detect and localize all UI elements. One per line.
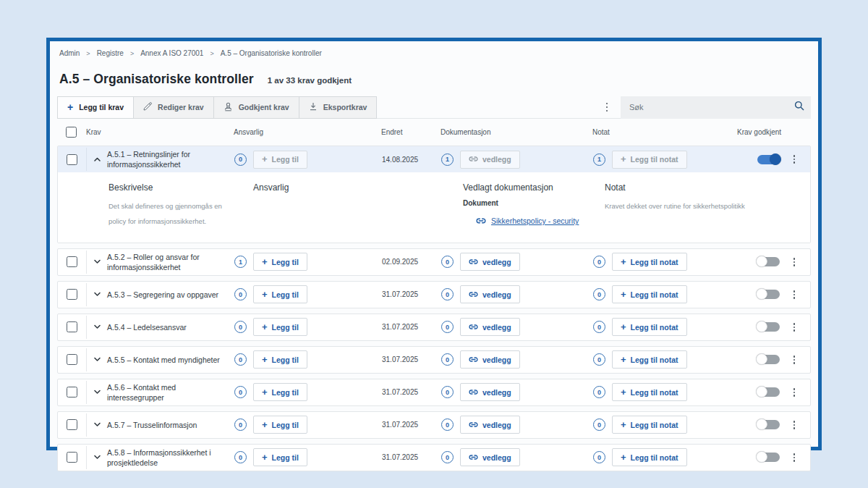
add-note-button[interactable]: + Legg til notat (612, 318, 687, 336)
approved-toggle[interactable] (757, 387, 780, 397)
approved-toggle[interactable] (757, 290, 780, 299)
row-expand-cell[interactable] (87, 453, 107, 461)
link-icon (469, 453, 478, 462)
row-title[interactable]: A.5.3 – Segregering av oppgaver (107, 290, 234, 300)
add-responsible-button[interactable]: + Legg til (253, 253, 307, 271)
add-note-button[interactable]: + Legg til notat (612, 448, 687, 466)
add-requirement-button[interactable]: + Legg til krav (57, 96, 134, 119)
search-input[interactable]: Søk (621, 96, 811, 119)
approved-toggle[interactable] (757, 322, 780, 332)
add-note-button[interactable]: + Legg til notat (612, 253, 687, 271)
add-note-button[interactable]: + Legg til notat (612, 350, 687, 369)
add-note-button[interactable]: + Legg til notat (612, 151, 687, 169)
select-all-checkbox[interactable] (66, 127, 77, 138)
row-title[interactable]: A.5.8 – Informasjonssikkerhet i prosjekt… (107, 447, 234, 468)
row-kebab-icon[interactable] (791, 152, 799, 167)
row-checkbox[interactable] (67, 452, 77, 463)
attachment-button[interactable]: vedlegg (460, 416, 520, 434)
row-title[interactable]: A.5.4 – Ledelsesansvar (107, 322, 234, 332)
notat-count-badge: 0 (593, 418, 605, 431)
attachment-label: vedlegg (482, 290, 511, 299)
breadcrumb-item-registre[interactable]: Registre (97, 49, 124, 57)
row-checkbox[interactable] (67, 321, 77, 332)
row-title[interactable]: A.5.5 – Kontakt med myndigheter (107, 355, 234, 365)
add-note-label: Legg til notat (631, 421, 678, 429)
row-kebab-icon[interactable] (791, 287, 799, 302)
row-notat-cell: 1 + Legg til notat (593, 151, 757, 169)
add-note-label: Legg til notat (631, 290, 678, 299)
row-checkbox[interactable] (67, 154, 77, 165)
add-note-button[interactable]: + Legg til notat (612, 285, 687, 303)
link-icon (469, 421, 478, 429)
ansvarlig-count-badge: 0 (234, 353, 247, 366)
toolbar-overflow-kebab-icon[interactable] (599, 96, 615, 119)
document-link[interactable]: Sikkerhetspolicy - security (476, 216, 579, 225)
edit-requirement-button[interactable]: Rediger krav (133, 96, 214, 119)
add-responsible-button[interactable]: + Legg til (253, 318, 307, 336)
plus-icon: + (262, 355, 268, 364)
row-title[interactable]: A.5.7 – Trusselinformasjon (107, 420, 234, 430)
row-title[interactable]: A.5.1 – Retningslinjer for informasjonss… (107, 149, 234, 169)
row-expand-cell[interactable] (87, 156, 107, 164)
breadcrumb-item-annex-a[interactable]: Annex A ISO 27001 (140, 49, 203, 57)
row-menu-cell (780, 255, 809, 269)
attachment-button[interactable]: vedlegg (460, 318, 520, 336)
attachment-button[interactable]: vedlegg (460, 253, 520, 271)
dokumentasjon-count-badge: 0 (441, 256, 454, 268)
add-responsible-button[interactable]: + Legg til (253, 416, 307, 434)
attachment-button[interactable]: vedlegg (460, 350, 520, 369)
notat-count-badge: 1 (593, 153, 605, 166)
export-requirements-button[interactable]: Eksportkrav (299, 96, 378, 119)
row-checkbox[interactable] (67, 256, 77, 267)
row-kebab-icon[interactable] (791, 418, 799, 432)
row-expand-cell[interactable] (87, 388, 107, 396)
row-title[interactable]: A.5.2 – Roller og ansvar for informasjon… (107, 252, 234, 272)
ansvarlig-count-badge: 0 (234, 386, 247, 398)
plus-icon: + (262, 322, 268, 332)
dokumentasjon-count-badge: 1 (441, 153, 454, 166)
row-checkbox[interactable] (67, 419, 77, 430)
approved-toggle[interactable] (757, 420, 780, 429)
row-kebab-icon[interactable] (791, 353, 799, 367)
search-icon[interactable] (794, 101, 804, 114)
approved-toggle[interactable] (757, 257, 780, 266)
row-kebab-icon[interactable] (791, 320, 799, 335)
row-expand-cell[interactable] (87, 323, 107, 331)
approved-toggle[interactable] (757, 355, 780, 364)
row-dokumentasjon-cell: 0 vedlegg (441, 416, 593, 434)
row-expand-cell[interactable] (87, 258, 107, 266)
add-responsible-button[interactable]: + Legg til (253, 350, 307, 369)
table-row: A.5.7 – Trusselinformasjon 0 + Legg til … (57, 411, 811, 439)
add-note-button[interactable]: + Legg til notat (612, 416, 687, 434)
row-dokumentasjon-cell: 0 vedlegg (441, 350, 593, 369)
row-notat-cell: 0 + Legg til notat (593, 350, 757, 369)
approved-toggle[interactable] (757, 453, 780, 462)
row-kebab-icon[interactable] (791, 450, 799, 465)
add-note-button[interactable]: + Legg til notat (612, 383, 687, 401)
approved-toggle[interactable] (757, 155, 780, 164)
approved-count-summary: 1 av 33 krav godkjent (268, 76, 352, 85)
add-responsible-button[interactable]: + Legg til (253, 285, 307, 303)
add-responsible-button[interactable]: + Legg til (253, 383, 307, 401)
row-kebab-icon[interactable] (791, 255, 799, 269)
row-checkbox[interactable] (67, 354, 77, 365)
row-checkbox[interactable] (67, 289, 77, 300)
row-expand-cell[interactable] (87, 421, 107, 429)
approve-requirement-button[interactable]: Godkjent krav (213, 96, 299, 119)
row-expand-cell[interactable] (87, 290, 107, 298)
breadcrumb-item-admin[interactable]: Admin (59, 49, 80, 57)
row-checkbox[interactable] (67, 387, 77, 397)
row-approved-cell (757, 355, 780, 364)
row-expand-cell[interactable] (87, 356, 107, 363)
attachment-button[interactable]: vedlegg (460, 285, 520, 303)
link-icon (469, 323, 478, 332)
attachment-button[interactable]: vedlegg (460, 151, 520, 169)
row-notat-cell: 0 + Legg til notat (593, 448, 757, 466)
search-placeholder: Søk (629, 103, 794, 112)
attachment-button[interactable]: vedlegg (460, 448, 520, 466)
row-title[interactable]: A.5.6 – Kontakt med interessegrupper (107, 382, 234, 403)
row-kebab-icon[interactable] (791, 385, 799, 400)
attachment-button[interactable]: vedlegg (460, 383, 520, 401)
add-responsible-button[interactable]: + Legg til (253, 151, 307, 169)
add-responsible-button[interactable]: + Legg til (253, 448, 307, 466)
